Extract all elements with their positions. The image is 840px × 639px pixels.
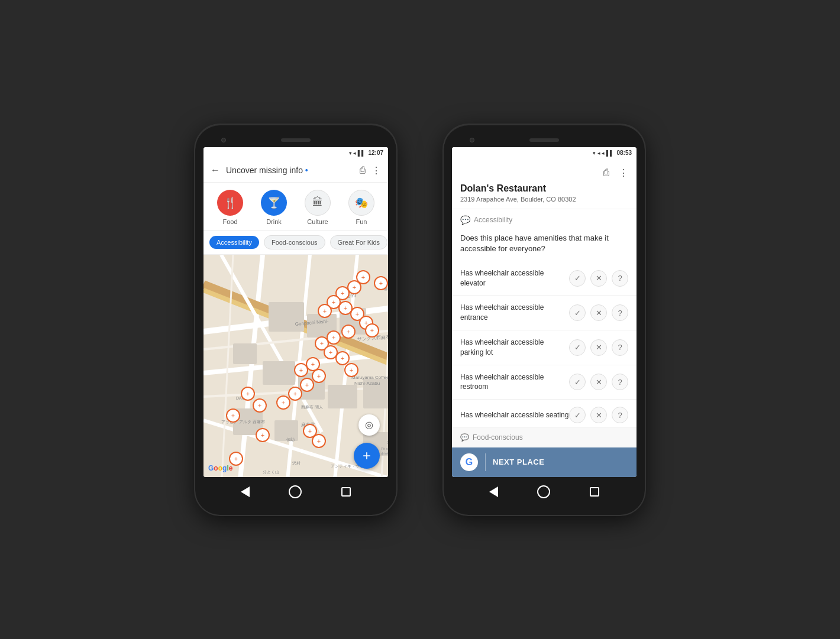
nav-home[interactable] xyxy=(289,485,302,498)
culture-label: Culture xyxy=(307,218,328,225)
more-icon[interactable]: ⋮ xyxy=(371,165,381,176)
drink-icon: 🍸 xyxy=(261,190,287,216)
google-logo: Google xyxy=(208,464,232,472)
food-conscious-section: 💬 Food-conscious xyxy=(452,427,637,447)
nav-recents-2[interactable] xyxy=(590,487,599,497)
filter-food-conscious[interactable]: Food-conscious xyxy=(264,235,325,249)
qa-cross-entrance[interactable]: ✕ xyxy=(590,304,607,321)
bottom-action-bar: G NEXT PLACE xyxy=(452,447,637,477)
status-bar-1: ▾ ◂ ▌▌ 12:07 xyxy=(203,147,388,159)
food-conscious-icon: 💬 xyxy=(460,433,469,442)
filter-great-for-kids[interactable]: Great For Kids xyxy=(330,235,388,249)
qa-label-parking: Has wheelchair accessible parking lot xyxy=(460,338,569,358)
svg-text:+: + xyxy=(282,399,285,406)
qa-check-elevator[interactable]: ✓ xyxy=(569,270,586,287)
category-food[interactable]: 🍴 Food xyxy=(217,190,243,225)
fab-add-button[interactable]: + xyxy=(354,443,380,469)
svg-text:+: + xyxy=(308,427,312,434)
qa-unknown-elevator[interactable]: ? xyxy=(612,270,628,287)
svg-text:+: + xyxy=(347,328,350,335)
share-icon-2[interactable]: ⎙ xyxy=(603,167,609,179)
google-g-logo: G xyxy=(460,453,478,471)
svg-text:+: + xyxy=(305,381,309,388)
qa-unknown-seating[interactable]: ? xyxy=(612,407,628,423)
phone-2-speaker xyxy=(529,138,559,142)
svg-text:+: + xyxy=(320,340,324,347)
svg-text:+: + xyxy=(329,349,332,356)
share-icon[interactable]: ⎙ xyxy=(360,165,366,176)
svg-text:+: + xyxy=(332,299,335,306)
status-icons-1: ▾ ◂ ▌▌ xyxy=(349,150,366,156)
qa-actions-seating: ✓ ✕ ? xyxy=(569,407,628,423)
nav-back[interactable] xyxy=(241,486,250,497)
phone-1-camera xyxy=(221,138,226,142)
svg-text:drinks & more...: drinks & more... xyxy=(381,452,388,455)
svg-text:Maruyama Coffee: Maruyama Coffee xyxy=(351,375,388,380)
qa-list: Has wheelchair accessible elevator ✓ ✕ ?… xyxy=(452,261,637,427)
qa-row-elevator: Has wheelchair accessible elevator ✓ ✕ ? xyxy=(452,261,637,296)
svg-text:+: + xyxy=(356,310,359,317)
qa-check-parking[interactable]: ✓ xyxy=(569,339,586,356)
qa-cross-elevator[interactable]: ✕ xyxy=(590,270,607,287)
qa-cross-parking[interactable]: ✕ xyxy=(590,339,607,356)
svg-text:+: + xyxy=(311,361,315,368)
svg-text:西麻布 間人: 西麻布 間人 xyxy=(301,405,323,410)
svg-text:+: + xyxy=(323,307,327,314)
restaurant-address: 2319 Arapahoe Ave, Boulder, CO 80302 xyxy=(460,196,628,203)
food-label: Food xyxy=(222,218,237,225)
nav-recents[interactable] xyxy=(341,487,351,497)
qa-label-seating: Has wheelchair accessible seating xyxy=(460,410,569,420)
qa-cross-restroom[interactable]: ✕ xyxy=(590,374,607,390)
filter-row: Accessibility Food-conscious Great For K… xyxy=(203,231,388,255)
category-fun[interactable]: 🎭 Fun xyxy=(348,190,374,225)
svg-text:+: + xyxy=(344,304,347,312)
qa-actions-parking: ✓ ✕ ? xyxy=(569,339,628,356)
svg-text:アッピア アルタ 西麻布: アッピア アルタ 西麻布 xyxy=(221,420,265,424)
svg-text:7-Eleven: 7-Eleven xyxy=(387,440,388,445)
toolbar-title: Uncover missing info • xyxy=(226,166,354,175)
svg-text:+: + xyxy=(332,334,335,341)
detail-header: ⎙ ⋮ Dolan's Restaurant 2319 Arapahoe Ave… xyxy=(452,159,637,209)
phone-2-screen: ▾ ◂ ◂ ▌▌ 08:53 ⎙ ⋮ Dolan's Restaurant 23… xyxy=(452,147,637,477)
svg-text:+: + xyxy=(350,366,353,374)
qa-row-entrance: Has wheelchair accessible entrance ✓ ✕ ? xyxy=(452,296,637,330)
svg-text:+: + xyxy=(293,390,297,397)
location-button[interactable]: ◎ xyxy=(358,414,380,436)
svg-text:Nishi-Azabu: Nishi-Azabu xyxy=(354,381,380,386)
more-icon-2[interactable]: ⋮ xyxy=(619,167,628,179)
map-area[interactable]: Butagumi Gonpachi Nishi- サンクス西麻布店 DAMI 西… xyxy=(203,255,388,477)
qa-unknown-restroom[interactable]: ? xyxy=(612,374,628,390)
svg-text:+: + xyxy=(341,355,344,362)
next-place-button[interactable]: NEXT PLACE xyxy=(493,458,544,466)
qa-unknown-entrance[interactable]: ? xyxy=(612,304,628,321)
qa-check-entrance[interactable]: ✓ xyxy=(569,304,586,321)
qa-row-parking: Has wheelchair accessible parking lot ✓ … xyxy=(452,330,637,365)
nav-back-2[interactable] xyxy=(489,486,498,497)
qa-check-seating[interactable]: ✓ xyxy=(569,407,586,423)
fun-icon: 🎭 xyxy=(348,190,374,216)
filter-accessibility[interactable]: Accessibility xyxy=(209,236,259,249)
nav-home-2[interactable] xyxy=(537,485,550,498)
phone-1: ▾ ◂ ▌▌ 12:07 ← Uncover missing info • ⎙ … xyxy=(195,125,396,515)
qa-label-entrance: Has wheelchair accessible entrance xyxy=(460,303,569,323)
svg-rect-17 xyxy=(233,343,257,364)
phone-1-screen: ▾ ◂ ▌▌ 12:07 ← Uncover missing info • ⎙ … xyxy=(203,147,388,477)
restaurant-name: Dolan's Restaurant xyxy=(460,183,628,194)
category-culture[interactable]: 🏛 Culture xyxy=(305,190,331,225)
qa-row-seating: Has wheelchair accessible seating ✓ ✕ ? xyxy=(452,400,637,426)
svg-text:+: + xyxy=(234,455,238,462)
qa-actions-elevator: ✓ ✕ ? xyxy=(569,270,628,287)
svg-text:+: + xyxy=(361,274,365,281)
svg-text:+: + xyxy=(370,327,374,334)
phone-2: ▾ ◂ ◂ ▌▌ 08:53 ⎙ ⋮ Dolan's Restaurant 23… xyxy=(444,125,645,515)
category-drink[interactable]: 🍸 Drink xyxy=(261,190,287,225)
svg-text:+: + xyxy=(231,412,235,419)
qa-cross-seating[interactable]: ✕ xyxy=(590,407,607,423)
phone-2-top-bar xyxy=(452,133,637,147)
svg-rect-20 xyxy=(328,385,357,408)
qa-unknown-parking[interactable]: ? xyxy=(612,339,628,356)
category-row: 🍴 Food 🍸 Drink 🏛 Culture 🎭 Fun xyxy=(203,183,388,231)
qa-check-restroom[interactable]: ✓ xyxy=(569,374,586,390)
back-icon[interactable]: ← xyxy=(211,165,220,176)
culture-icon: 🏛 xyxy=(305,190,331,216)
